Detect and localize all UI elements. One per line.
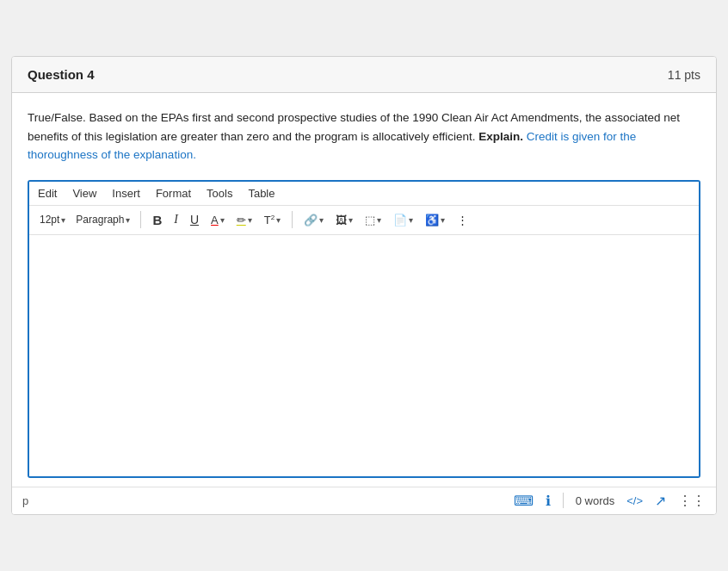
media-dropdown-arrow: ▾ <box>377 215 381 225</box>
question-text: True/False. Based on the EPAs first and … <box>28 109 700 164</box>
superscript-button[interactable]: T2 ▾ <box>260 211 285 229</box>
overflow-menu-icon[interactable]: ⋮⋮ <box>678 493 706 509</box>
accessibility-status-icon[interactable]: ℹ <box>546 493 551 509</box>
question-title: Question 4 <box>28 67 95 82</box>
card-header: Question 4 11 pts <box>12 57 716 93</box>
menu-view[interactable]: View <box>72 187 96 200</box>
more-options-button[interactable]: ⋮ <box>453 211 472 229</box>
paragraph-dropdown-arrow: ▾ <box>126 215 130 225</box>
underline-icon: U <box>190 213 199 227</box>
font-size-dropdown-arrow: ▾ <box>61 215 65 225</box>
question-points: 11 pts <box>668 68 700 82</box>
menu-tools[interactable]: Tools <box>207 187 232 200</box>
highlight-color-button[interactable]: ✏ ▾ <box>232 211 256 229</box>
bold-button[interactable]: B <box>148 210 166 230</box>
superscript-icon: T2 <box>264 214 275 227</box>
image-icon: 🖼 <box>336 214 347 227</box>
highlight-color-icon: ✏ <box>237 214 246 227</box>
expand-icon[interactable]: ↗ <box>655 493 666 509</box>
media-icon: ⬚ <box>365 214 375 227</box>
card-body: True/False. Based on the EPAs first and … <box>12 93 716 487</box>
link-button[interactable]: 🔗 ▾ <box>299 211 328 229</box>
status-right-group: ⌨ ℹ 0 words </> ↗ ⋮⋮ <box>514 493 706 509</box>
editor-menu-bar: Edit View Insert Format Tools Table <box>29 182 699 206</box>
menu-format[interactable]: Format <box>156 187 191 200</box>
text-color-dropdown-arrow: ▾ <box>220 215 225 225</box>
menu-table[interactable]: Table <box>248 187 275 200</box>
word-count-display: 0 words <box>576 494 615 507</box>
highlight-dropdown-arrow: ▾ <box>248 215 252 225</box>
paragraph-style-selector[interactable]: Paragraph ▾ <box>72 212 133 227</box>
bold-icon: B <box>152 213 162 227</box>
question-card: Question 4 11 pts True/False. Based on t… <box>11 56 717 515</box>
media-button[interactable]: ⬚ ▾ <box>361 211 386 229</box>
font-size-value: 12pt <box>40 214 59 226</box>
paragraph-style-value: Paragraph <box>76 214 124 226</box>
image-dropdown-arrow: ▾ <box>349 215 353 225</box>
font-size-selector[interactable]: 12pt ▾ <box>36 212 69 227</box>
editor-toolbar: 12pt ▾ Paragraph ▾ B I <box>29 206 699 235</box>
menu-edit[interactable]: Edit <box>38 187 57 200</box>
editor-content-area[interactable] <box>29 235 699 476</box>
link-dropdown-arrow: ▾ <box>319 215 324 225</box>
accessibility-icon: ♿ <box>425 214 439 227</box>
status-divider <box>563 493 564 508</box>
paragraph-indicator: p <box>22 494 28 507</box>
text-color-icon: A <box>211 214 219 227</box>
link-icon: 🔗 <box>304 214 318 227</box>
status-bar: p ⌨ ℹ 0 words </> ↗ ⋮⋮ <box>12 487 716 514</box>
document-icon: 📄 <box>393 214 407 227</box>
toolbar-divider-2 <box>292 211 293 228</box>
accessibility-dropdown-arrow: ▾ <box>441 215 445 225</box>
italic-icon: I <box>174 213 178 227</box>
more-options-icon: ⋮ <box>457 214 468 227</box>
superscript-dropdown-arrow: ▾ <box>276 215 281 225</box>
accessibility-button[interactable]: ♿ ▾ <box>421 211 449 229</box>
document-button[interactable]: 📄 ▾ <box>389 211 417 229</box>
document-dropdown-arrow: ▾ <box>409 215 413 225</box>
question-text-bold: Explain. <box>478 130 523 143</box>
menu-insert[interactable]: Insert <box>112 187 140 200</box>
rich-text-editor[interactable]: Edit View Insert Format Tools Table 12pt… <box>28 180 700 478</box>
html-source-button[interactable]: </> <box>626 494 643 507</box>
image-button[interactable]: 🖼 ▾ <box>331 211 357 229</box>
toolbar-divider-1 <box>140 211 141 228</box>
keyboard-icon[interactable]: ⌨ <box>514 493 534 509</box>
text-color-button[interactable]: A ▾ <box>207 211 229 229</box>
underline-button[interactable]: U <box>186 210 203 229</box>
italic-button[interactable]: I <box>170 210 182 229</box>
